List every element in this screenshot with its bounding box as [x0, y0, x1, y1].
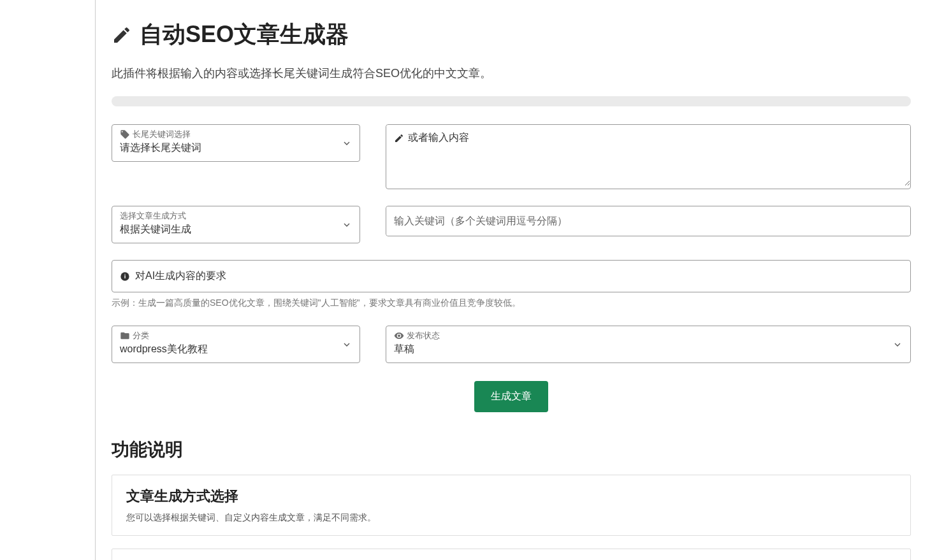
content-textarea[interactable] — [386, 125, 910, 186]
content-textarea-field[interactable]: 或者输入内容 — [386, 124, 911, 189]
keywords-input-field[interactable] — [386, 206, 911, 236]
tag-icon — [120, 129, 130, 140]
category-value: wordpress美化教程 — [112, 341, 360, 363]
category-select[interactable]: 分类 wordpress美化教程 — [112, 326, 360, 363]
help-card-title: 文章生成方式选择 — [126, 487, 896, 506]
eye-icon — [394, 331, 404, 341]
category-label: 分类 — [112, 326, 360, 341]
sidebar-divider — [95, 0, 96, 560]
help-card: 文章生成方式选择 您可以选择根据关键词、自定义内容生成文章，满足不同需求。 — [112, 475, 911, 536]
publish-status-label: 发布状态 — [386, 326, 910, 341]
generation-mode-value: 根据关键词生成 — [112, 222, 360, 243]
ai-requirement-placeholder: 对AI生成内容的要求 — [135, 269, 226, 283]
ai-requirement-hint: 示例：生成一篇高质量的SEO优化文章，围绕关键词"人工智能"，要求文章具有商业价… — [112, 298, 911, 309]
help-card: 额外要求输入 如果您对AI生成的内容有额外要求，可以在此输入，插件将根据您的要求… — [112, 549, 911, 560]
generation-mode-label: 选择文章生成方式 — [112, 206, 360, 222]
longtail-keyword-select[interactable]: 长尾关键词选择 请选择长尾关键词 — [112, 124, 360, 162]
progress-bar — [112, 96, 911, 106]
help-section-title: 功能说明 — [112, 438, 911, 462]
longtail-keyword-label: 长尾关键词选择 — [112, 125, 360, 140]
svg-text:i: i — [124, 273, 126, 280]
ai-requirement-input[interactable]: i 对AI生成内容的要求 — [112, 260, 911, 292]
publish-status-value: 草稿 — [386, 341, 910, 363]
keywords-input[interactable] — [386, 206, 910, 236]
generate-button[interactable]: 生成文章 — [474, 381, 548, 412]
folder-icon — [120, 331, 130, 341]
help-card-desc: 您可以选择根据关键词、自定义内容生成文章，满足不同需求。 — [126, 512, 896, 524]
page-title: 自动SEO文章生成器 — [112, 19, 911, 50]
main-content: 自动SEO文章生成器 此插件将根据输入的内容或选择长尾关键词生成符合SEO优化的… — [112, 0, 911, 560]
page-description: 此插件将根据输入的内容或选择长尾关键词生成符合SEO优化的中文文章。 — [112, 66, 911, 81]
pencil-icon — [112, 25, 132, 45]
generation-mode-select[interactable]: 选择文章生成方式 根据关键词生成 — [112, 206, 360, 243]
info-icon: i — [120, 271, 130, 282]
longtail-keyword-value: 请选择长尾关键词 — [112, 140, 360, 161]
page-title-text: 自动SEO文章生成器 — [140, 19, 349, 50]
publish-status-select[interactable]: 发布状态 草稿 — [386, 326, 911, 363]
